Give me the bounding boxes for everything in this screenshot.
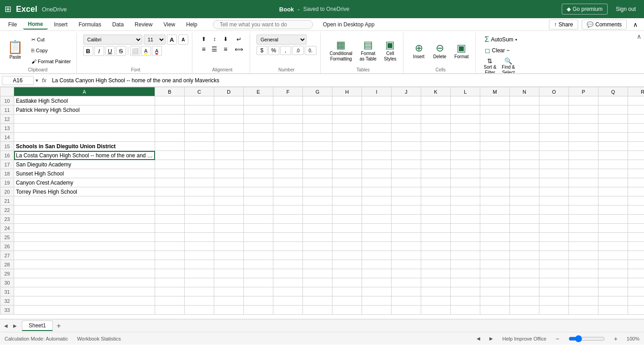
col-header-H[interactable]: H [332, 87, 362, 96]
cell-f26[interactable] [273, 242, 303, 251]
cell-k16[interactable] [421, 151, 451, 160]
insert-button[interactable]: ⊕ Insert [410, 40, 428, 61]
cell-q10[interactable] [599, 96, 628, 105]
cell-h22[interactable] [332, 206, 362, 215]
format-as-table-button[interactable]: ▤ Formatas Table [357, 37, 379, 64]
row-header[interactable]: 11 [0, 105, 14, 115]
cell-k19[interactable] [421, 178, 451, 187]
cell-b16[interactable] [155, 151, 185, 160]
cell-e33[interactable] [244, 306, 273, 315]
cell-l29[interactable] [451, 269, 480, 278]
cell-f27[interactable] [273, 251, 303, 260]
cell-q19[interactable] [599, 178, 628, 187]
cell-f14[interactable] [273, 133, 303, 142]
cell-j24[interactable] [392, 224, 421, 233]
cell-p31[interactable] [569, 287, 599, 296]
cell-l25[interactable] [451, 233, 480, 242]
cell-p19[interactable] [569, 178, 599, 187]
cell-n30[interactable] [510, 278, 539, 287]
cell-i32[interactable] [362, 296, 392, 306]
cell-o12[interactable] [539, 115, 569, 124]
cell-h20[interactable] [332, 187, 362, 196]
cell-n14[interactable] [510, 133, 539, 142]
font-color-button[interactable]: A [152, 46, 162, 56]
dollar-button[interactable]: $ [257, 46, 267, 55]
paste-button[interactable]: 📋 Paste [3, 33, 28, 66]
cell-j27[interactable] [392, 251, 421, 260]
cell-e16[interactable] [244, 151, 273, 160]
cell-c30[interactable] [185, 278, 214, 287]
cell-h26[interactable] [332, 242, 362, 251]
collapse-ribbon-button[interactable]: ∧ [630, 20, 640, 30]
cell-d19[interactable] [214, 178, 244, 187]
col-header-D[interactable]: D [214, 87, 244, 96]
cell-i24[interactable] [362, 224, 392, 233]
cell-b13[interactable] [155, 124, 185, 133]
cell-j17[interactable] [392, 160, 421, 169]
cell-i23[interactable] [362, 215, 392, 224]
cell-l14[interactable] [451, 133, 480, 142]
cell-o27[interactable] [539, 251, 569, 260]
cell-l23[interactable] [451, 215, 480, 224]
cell-a12[interactable] [14, 115, 155, 124]
format-button[interactable]: ▣ Format [452, 40, 472, 61]
bold-button[interactable]: B [83, 46, 93, 56]
cell-h24[interactable] [332, 224, 362, 233]
cell-j28[interactable] [392, 260, 421, 269]
cell-f30[interactable] [273, 278, 303, 287]
cell-j13[interactable] [392, 124, 421, 133]
add-sheet-button[interactable]: + [54, 321, 64, 331]
cell-p29[interactable] [569, 269, 599, 278]
cell-o25[interactable] [539, 233, 569, 242]
cell-m32[interactable] [480, 296, 510, 306]
cell-k20[interactable] [421, 187, 451, 196]
cell-f15[interactable] [273, 142, 303, 151]
cell-p26[interactable] [569, 242, 599, 251]
row-header[interactable]: 17 [0, 160, 14, 169]
cell-q32[interactable] [599, 296, 628, 306]
cell-n10[interactable] [510, 96, 539, 105]
cell-c19[interactable] [185, 178, 214, 187]
cell-j30[interactable] [392, 278, 421, 287]
app-grid-icon[interactable]: ⊞ [5, 4, 11, 14]
conditional-formatting-button[interactable]: ▦ ConditionalFormatting [327, 37, 355, 64]
cell-j15[interactable] [392, 142, 421, 151]
cell-e12[interactable] [244, 115, 273, 124]
cell-h13[interactable] [332, 124, 362, 133]
cell-p30[interactable] [569, 278, 599, 287]
menu-item-view[interactable]: View [159, 20, 180, 29]
cell-h25[interactable] [332, 233, 362, 242]
cell-n20[interactable] [510, 187, 539, 196]
cell-c10[interactable] [185, 96, 214, 105]
cell-q33[interactable] [599, 306, 628, 315]
cell-l24[interactable] [451, 224, 480, 233]
cell-o18[interactable] [539, 169, 569, 178]
cell-q30[interactable] [599, 278, 628, 287]
cell-a28[interactable] [14, 260, 155, 269]
cell-o29[interactable] [539, 269, 569, 278]
cell-a21[interactable] [14, 196, 155, 206]
cell-g32[interactable] [303, 296, 332, 306]
cell-a16[interactable]: La Costa Canyon High School -- home of t… [14, 151, 155, 160]
cell-d11[interactable] [214, 105, 244, 115]
autosum-button[interactable]: Σ AutoSum ▾ [482, 35, 520, 45]
cell-k14[interactable] [421, 133, 451, 142]
cell-q29[interactable] [599, 269, 628, 278]
cell-c22[interactable] [185, 206, 214, 215]
cell-c31[interactable] [185, 287, 214, 296]
cell-i15[interactable] [362, 142, 392, 151]
cell-d30[interactable] [214, 278, 244, 287]
cell-e17[interactable] [244, 160, 273, 169]
clear-button[interactable]: ◻ Clear ~ [482, 46, 520, 55]
cell-r28[interactable] [628, 260, 644, 269]
cell-i13[interactable] [362, 124, 392, 133]
col-header-F[interactable]: F [273, 87, 303, 96]
cell-k24[interactable] [421, 224, 451, 233]
cell-a20[interactable]: Torrey Pines High School [14, 187, 155, 196]
cell-r21[interactable] [628, 196, 644, 206]
col-header-R[interactable]: R [628, 87, 644, 96]
row-header[interactable]: 18 [0, 169, 14, 178]
cell-i31[interactable] [362, 287, 392, 296]
cell-l16[interactable] [451, 151, 480, 160]
cell-l21[interactable] [451, 196, 480, 206]
